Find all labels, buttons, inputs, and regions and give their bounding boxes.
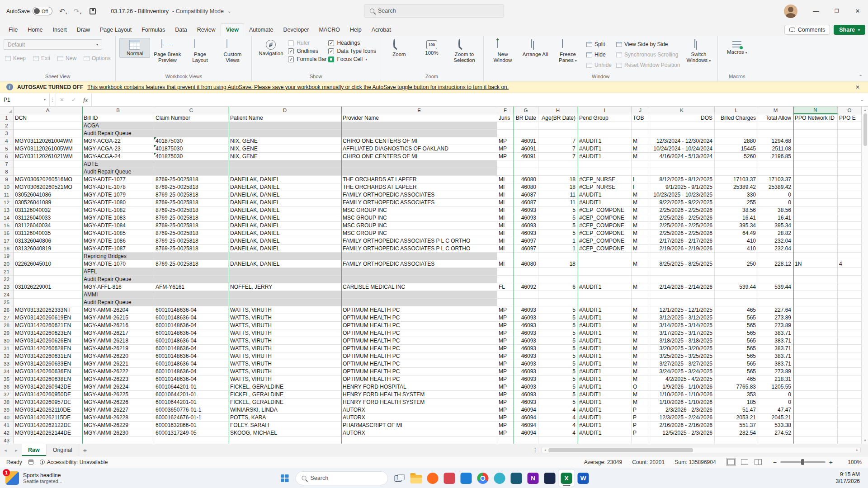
ribbon-tab-macro[interactable]: MACRO: [314, 24, 345, 36]
autosave-switch[interactable]: Off: [33, 7, 52, 15]
cell-F7[interactable]: [497, 160, 514, 168]
cell-E35[interactable]: OPTIMUM HEALTH PC: [341, 375, 497, 383]
cell-F10[interactable]: MI: [497, 183, 514, 191]
cell-N10[interactable]: [793, 183, 838, 191]
cell-G41[interactable]: 46094: [514, 422, 538, 429]
cell-H21[interactable]: [538, 268, 578, 276]
cell-B12[interactable]: MGY-ADTE-1080: [82, 199, 154, 206]
column-header-B[interactable]: B: [82, 107, 154, 114]
cell-L28[interactable]: 565: [715, 322, 758, 329]
row-header-4[interactable]: 4: [0, 137, 14, 145]
cell-E5[interactable]: AFFILIATED DIAGNOSTICS OF OAKLAND: [341, 145, 497, 153]
row-header-29[interactable]: 29: [0, 329, 14, 337]
cell-K29[interactable]: 3/17/2025 - 3/17/2025: [649, 329, 715, 337]
cell-E23[interactable]: CARLISLE MEDICAL INC: [341, 283, 497, 291]
cell-G20[interactable]: 46080: [514, 260, 538, 268]
cell-K28[interactable]: 3/14/2025 - 3/14/2025: [649, 322, 715, 329]
zoom-level[interactable]: 100%: [843, 459, 862, 465]
cell-M26[interactable]: 227.64: [758, 306, 793, 314]
cell-E17[interactable]: FAMILY ORTHOPEDIC ASSOCIATES P L C ORTHO: [341, 237, 497, 245]
cell-D16[interactable]: DANEILAK, DANIEL: [229, 230, 341, 237]
sheet-nav-left-button[interactable]: ◂: [0, 444, 11, 456]
cell-J35[interactable]: M: [632, 375, 649, 383]
cell-N2[interactable]: [793, 122, 838, 130]
cell-A25[interactable]: [14, 299, 82, 306]
cell-H43[interactable]: [538, 437, 578, 444]
sheet-tab-original[interactable]: Original: [47, 444, 79, 456]
cell-M16[interactable]: 28.82: [758, 230, 793, 237]
cell-C37[interactable]: 60010644201-01: [154, 391, 229, 399]
cancel-entry-button[interactable]: ✕: [56, 93, 68, 106]
cell-I11[interactable]: #AUDIT1: [578, 191, 632, 199]
ribbon-tab-draw[interactable]: Draw: [72, 24, 95, 36]
cell-F4[interactable]: MP: [497, 137, 514, 145]
column-header-F[interactable]: F: [497, 107, 514, 114]
cell-N43[interactable]: [793, 437, 838, 444]
cell-K26[interactable]: 12/1/2025 - 12/1/2025: [649, 306, 715, 314]
cell-M23[interactable]: 539.44: [758, 283, 793, 291]
cell-M39[interactable]: 47.47: [758, 406, 793, 414]
cell-F42[interactable]: MP: [497, 429, 514, 437]
cell-K17[interactable]: 2/17/2026 - 2/17/2026: [649, 237, 715, 245]
cell-A27[interactable]: MGY031420260619EN: [14, 314, 82, 322]
cell-B16[interactable]: MGY-ADTE-1085: [82, 230, 154, 237]
cell-B38[interactable]: MGY-AMMI-26226: [82, 399, 154, 406]
cell-O10[interactable]: [838, 183, 862, 191]
cell-L16[interactable]: 64.49: [715, 230, 758, 237]
formula-bar-checkbox[interactable]: Formula Bar: [288, 56, 326, 62]
cell-K24[interactable]: [649, 291, 715, 299]
cell-J32[interactable]: M: [632, 352, 649, 360]
cell-E11[interactable]: FAMILY ORTHOPEDIC ASSOCIATES: [341, 191, 497, 199]
cell-N42[interactable]: [793, 429, 838, 437]
cell-L8[interactable]: [715, 168, 758, 176]
cell-I25[interactable]: [578, 299, 632, 306]
cell-I1[interactable]: Pend Group: [578, 114, 632, 122]
row-header-37[interactable]: 37: [0, 391, 14, 399]
ribbon-tab-automate[interactable]: Automate: [244, 24, 278, 36]
cell-A2[interactable]: [14, 122, 82, 130]
cell-K18[interactable]: 2/19/2026 - 2/19/2026: [649, 245, 715, 253]
cell-H29[interactable]: 5: [538, 329, 578, 337]
cell-H26[interactable]: 5: [538, 306, 578, 314]
cell-B18[interactable]: MGY-ADTE-1087: [82, 245, 154, 253]
cell-L27[interactable]: 565: [715, 314, 758, 322]
cell-L32[interactable]: 565: [715, 352, 758, 360]
cell-H7[interactable]: [538, 160, 578, 168]
cell-C30[interactable]: 60010148636-04: [154, 337, 229, 345]
cell-I38[interactable]: #AUDIT1: [578, 399, 632, 406]
cell-B2[interactable]: ACGA: [82, 122, 154, 130]
cell-F43[interactable]: [497, 437, 514, 444]
message-bar-close-button[interactable]: ✕: [854, 84, 862, 90]
cell-O32[interactable]: [838, 352, 862, 360]
cell-G33[interactable]: 46093: [514, 360, 538, 368]
cell-H9[interactable]: 18: [538, 176, 578, 183]
cell-J25[interactable]: [632, 299, 649, 306]
macros-button[interactable]: Macros ▾: [722, 38, 752, 57]
cell-H8[interactable]: [538, 168, 578, 176]
cell-D20[interactable]: DANEILAK, DANIEL: [229, 260, 341, 268]
cell-F33[interactable]: MP: [497, 360, 514, 368]
cell-B5[interactable]: MGY-ACGA-23: [82, 145, 154, 153]
cell-O15[interactable]: [838, 222, 862, 230]
cell-M14[interactable]: 16.41: [758, 214, 793, 222]
cell-A32[interactable]: MGY031420260631EN: [14, 352, 82, 360]
cell-K1[interactable]: DOS: [649, 114, 715, 122]
formula-bar-expand-button[interactable]: ⌄: [856, 93, 868, 106]
cell-N34[interactable]: [793, 368, 838, 375]
cell-N26[interactable]: [793, 306, 838, 314]
cell-D12[interactable]: DANEILAK, DANIEL: [229, 199, 341, 206]
cell-B32[interactable]: MGY-AMMI-26220: [82, 352, 154, 360]
cell-G34[interactable]: 46093: [514, 368, 538, 375]
cell-H14[interactable]: 5: [538, 214, 578, 222]
cell-O19[interactable]: [838, 253, 862, 260]
scroll-left-icon[interactable]: ◂: [542, 448, 548, 452]
cell-O9[interactable]: [838, 176, 862, 183]
cell-K25[interactable]: [649, 299, 715, 306]
cell-L4[interactable]: 2880: [715, 137, 758, 145]
ribbon-tab-help[interactable]: Help: [345, 24, 367, 36]
cell-I22[interactable]: [578, 276, 632, 283]
column-header-A[interactable]: A: [14, 107, 82, 114]
arrange-all-button[interactable]: Arrange All: [520, 38, 551, 59]
cell-M7[interactable]: [758, 160, 793, 168]
cell-J18[interactable]: M: [632, 245, 649, 253]
